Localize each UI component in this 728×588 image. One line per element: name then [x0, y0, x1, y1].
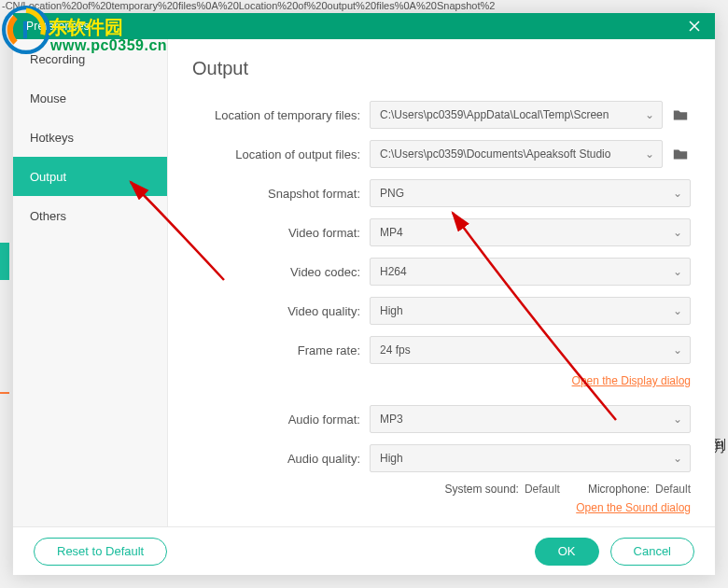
select-video-quality[interactable]: High ⌄: [370, 297, 691, 325]
content-panel: Output Location of temporary files: C:\U…: [168, 39, 715, 526]
select-snapshot-format[interactable]: PNG ⌄: [370, 179, 691, 207]
dialog-body: Recording Mouse Hotkeys Output Others Ou…: [13, 39, 715, 526]
label-temp-files: Location of temporary files:: [192, 108, 370, 122]
value-snapshot-format: PNG: [380, 187, 404, 200]
system-sound-label: System sound:: [445, 483, 519, 496]
select-audio-quality[interactable]: High ⌄: [370, 444, 691, 472]
sidebar-item-mouse[interactable]: Mouse: [13, 78, 167, 118]
select-audio-format[interactable]: MP3 ⌄: [370, 405, 691, 433]
select-output-files[interactable]: C:\Users\pc0359\Documents\Apeaksoft Stud…: [370, 140, 663, 168]
sidebar-item-output[interactable]: Output: [13, 157, 167, 196]
sidebar-item-recording[interactable]: Recording: [13, 39, 167, 78]
chevron-down-icon: ⌄: [673, 187, 682, 200]
url-fragment: -CN/Location%20of%20temporary%20files%0A…: [0, 0, 728, 13]
bg-accent-strip: [0, 243, 9, 280]
label-audio-quality: Audio quality:: [192, 452, 370, 466]
sidebar-item-others[interactable]: Others: [13, 196, 167, 235]
ok-button[interactable]: OK: [535, 538, 599, 566]
label-video-quality: Video quality:: [192, 304, 370, 318]
label-audio-format: Audio format:: [192, 413, 370, 427]
value-video-quality: High: [380, 304, 403, 317]
chevron-down-icon: ⌄: [673, 304, 682, 317]
sidebar-item-hotkeys[interactable]: Hotkeys: [13, 118, 167, 157]
sidebar: Recording Mouse Hotkeys Output Others: [13, 39, 168, 526]
sound-defaults-row: System sound:Default Microphone:Default: [192, 483, 691, 496]
microphone-label: Microphone:: [588, 483, 650, 496]
output-heading: Output: [192, 58, 691, 79]
bg-dash: [0, 392, 9, 394]
chevron-down-icon: ⌄: [673, 343, 682, 357]
dialog-title: Preferences: [26, 20, 687, 33]
microphone-value: Default: [655, 483, 691, 496]
browse-output-folder-button[interactable]: [670, 144, 691, 164]
value-output-files: C:\Users\pc0359\Documents\Apeaksoft Stud…: [380, 147, 610, 161]
select-video-format[interactable]: MP4 ⌄: [370, 218, 691, 246]
value-video-format: MP4: [380, 226, 403, 239]
value-temp-files: C:\Users\pc0359\AppData\Local\Temp\Scree…: [380, 108, 609, 121]
label-video-codec: Video codec:: [192, 265, 370, 279]
preferences-dialog: Preferences Recording Mouse Hotkeys Outp…: [13, 13, 715, 575]
chevron-down-icon: ⌄: [645, 108, 654, 121]
chevron-down-icon: ⌄: [673, 452, 682, 465]
value-audio-format: MP3: [380, 413, 403, 426]
chevron-down-icon: ⌄: [673, 265, 682, 278]
label-video-format: Video format:: [192, 226, 370, 240]
chevron-down-icon: ⌄: [673, 226, 682, 239]
cancel-button[interactable]: Cancel: [610, 538, 694, 566]
reset-to-default-button[interactable]: Reset to Default: [34, 538, 167, 566]
chevron-down-icon: ⌄: [645, 147, 654, 161]
value-video-codec: H264: [380, 265, 407, 278]
browse-temp-folder-button[interactable]: [670, 105, 691, 125]
titlebar: Preferences: [13, 13, 715, 39]
chevron-down-icon: ⌄: [673, 413, 682, 426]
open-sound-dialog-link[interactable]: Open the Sound dialog: [576, 501, 691, 514]
close-icon[interactable]: [687, 19, 702, 34]
label-frame-rate: Frame rate:: [192, 343, 370, 357]
dialog-footer: Reset to Default OK Cancel: [13, 526, 715, 575]
value-audio-quality: High: [380, 452, 403, 465]
value-frame-rate: 24 fps: [380, 343, 411, 357]
select-video-codec[interactable]: H264 ⌄: [370, 258, 691, 286]
system-sound-value: Default: [525, 483, 560, 496]
open-display-dialog-link[interactable]: Open the Display dialog: [572, 374, 691, 387]
select-temp-files[interactable]: C:\Users\pc0359\AppData\Local\Temp\Scree…: [370, 101, 663, 129]
label-output-files: Location of output files:: [192, 147, 370, 161]
select-frame-rate[interactable]: 24 fps ⌄: [370, 336, 691, 364]
label-snapshot-format: Snapshot format:: [192, 187, 370, 201]
